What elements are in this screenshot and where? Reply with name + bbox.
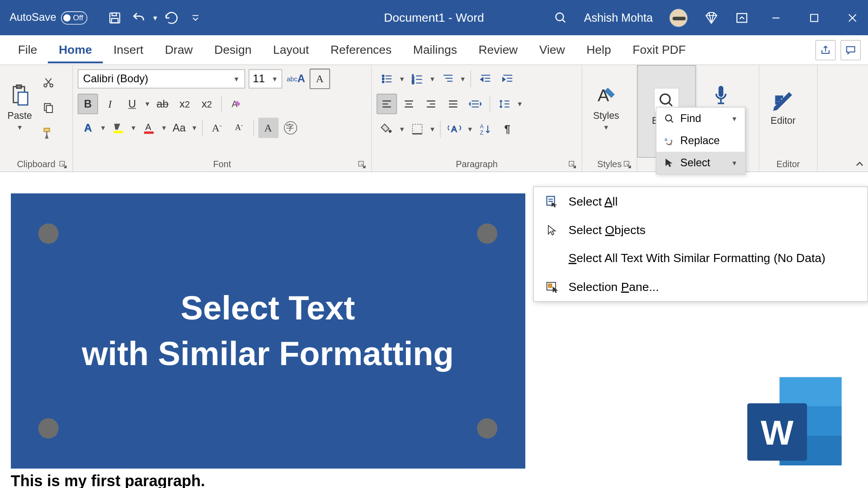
- text-effects-icon[interactable]: A: [78, 117, 98, 138]
- line-spacing-icon[interactable]: [495, 94, 515, 114]
- justify-icon[interactable]: [443, 94, 463, 114]
- dialog-launcher-icon[interactable]: [59, 161, 68, 169]
- shape-handle[interactable]: [477, 418, 497, 439]
- superscript-button[interactable]: x2: [197, 94, 217, 114]
- copy-icon[interactable]: [38, 98, 59, 118]
- tab-home[interactable]: Home: [48, 37, 103, 63]
- sort-icon[interactable]: AZ: [475, 119, 495, 139]
- tab-review[interactable]: Review: [468, 37, 528, 63]
- tab-draw[interactable]: Draw: [154, 37, 203, 63]
- select-similar-item[interactable]: Select All Text With Similar Formatting …: [534, 244, 868, 272]
- select-objects-item[interactable]: Select Objects: [534, 216, 868, 244]
- format-painter-icon[interactable]: [38, 122, 59, 143]
- clear-format-icon[interactable]: abcA: [286, 69, 306, 89]
- toggle-switch[interactable]: Off: [61, 11, 87, 24]
- select-item[interactable]: Select ▼: [656, 152, 745, 174]
- highlight-icon[interactable]: [108, 117, 128, 138]
- shape-handle[interactable]: [38, 418, 59, 439]
- chevron-down-icon[interactable]: ▼: [144, 100, 151, 108]
- search-icon[interactable]: [554, 11, 567, 24]
- find-item[interactable]: Find ▼: [656, 108, 745, 130]
- tab-design[interactable]: Design: [203, 37, 262, 63]
- autosave-toggle[interactable]: AutoSave Off: [9, 11, 87, 24]
- font-size-select[interactable]: 11▼: [249, 69, 282, 88]
- shading-icon[interactable]: [377, 119, 397, 139]
- strikethrough-button[interactable]: ab: [152, 94, 173, 114]
- save-icon[interactable]: [104, 7, 126, 28]
- shape-handle[interactable]: [477, 224, 497, 244]
- paste-button[interactable]: Paste ▼: [5, 69, 35, 146]
- grow-font-icon[interactable]: Aˆ: [207, 117, 227, 138]
- change-case-icon[interactable]: Aa: [169, 117, 189, 138]
- styles-button[interactable]: A Styles ▼: [587, 69, 625, 146]
- chevron-down-icon[interactable]: ▼: [429, 126, 435, 133]
- align-left-icon[interactable]: [377, 94, 397, 114]
- chevron-down-icon[interactable]: ▼: [516, 100, 523, 108]
- multilevel-icon[interactable]: [438, 69, 458, 89]
- replace-item[interactable]: ac Replace: [656, 130, 745, 152]
- chevron-down-icon[interactable]: ▼: [100, 124, 106, 131]
- diamond-icon[interactable]: [704, 10, 719, 25]
- customize-qat-icon[interactable]: [185, 7, 207, 28]
- tab-mailings[interactable]: Mailings: [402, 37, 468, 63]
- title-shape[interactable]: Select Text with Similar Formatting: [11, 193, 525, 468]
- enclose-char-icon[interactable]: 字: [280, 117, 301, 138]
- body-paragraph[interactable]: This is my first paragraph.: [11, 472, 525, 488]
- shrink-font-icon[interactable]: Aˇ: [229, 117, 249, 138]
- undo-more-icon[interactable]: ▼: [152, 14, 158, 21]
- chevron-down-icon[interactable]: ▼: [399, 75, 405, 83]
- chevron-down-icon[interactable]: ▼: [160, 124, 167, 131]
- align-center-icon[interactable]: [399, 94, 419, 114]
- char-scaling-icon[interactable]: A: [445, 119, 465, 139]
- share-icon[interactable]: [816, 40, 836, 60]
- select-all-item[interactable]: Select All: [534, 187, 868, 216]
- font-color-icon[interactable]: A: [138, 117, 159, 138]
- ribbon-display-icon[interactable]: [735, 11, 748, 24]
- dialog-launcher-icon[interactable]: [358, 161, 367, 169]
- numbering-icon[interactable]: 123: [407, 69, 427, 89]
- dialog-launcher-icon[interactable]: [569, 161, 577, 169]
- close-icon[interactable]: [842, 7, 863, 28]
- align-right-icon[interactable]: [421, 94, 441, 114]
- increase-indent-icon[interactable]: [497, 69, 518, 89]
- user-avatar-icon[interactable]: [670, 9, 688, 27]
- dialog-launcher-icon[interactable]: [623, 161, 632, 169]
- bold-button[interactable]: B: [78, 94, 98, 114]
- char-shading-icon[interactable]: A: [258, 117, 278, 138]
- italic-button[interactable]: I: [100, 94, 120, 114]
- distributed-icon[interactable]: [465, 94, 486, 114]
- chevron-down-icon[interactable]: ▼: [399, 126, 405, 133]
- cut-icon[interactable]: [38, 72, 59, 93]
- tab-help[interactable]: Help: [576, 37, 622, 63]
- shape-handle[interactable]: [38, 224, 59, 244]
- chevron-down-icon[interactable]: ▼: [130, 124, 137, 131]
- chevron-down-icon[interactable]: ▼: [429, 75, 435, 83]
- font-name-select[interactable]: Calibri (Body)▼: [78, 69, 245, 88]
- tab-foxit[interactable]: Foxit PDF: [622, 37, 696, 63]
- bullets-icon[interactable]: [377, 69, 397, 89]
- chevron-down-icon[interactable]: ▼: [467, 126, 473, 133]
- tab-references[interactable]: References: [320, 37, 402, 63]
- decrease-indent-icon[interactable]: [475, 69, 495, 89]
- minimize-icon[interactable]: [765, 7, 787, 28]
- user-name[interactable]: Ashish Mohta: [584, 11, 653, 24]
- chevron-down-icon[interactable]: ▼: [191, 124, 198, 131]
- maximize-icon[interactable]: [803, 7, 825, 28]
- selection-pane-item[interactable]: Selection Pane...: [534, 272, 868, 301]
- collapse-ribbon-icon[interactable]: [855, 160, 864, 169]
- chevron-down-icon[interactable]: ▼: [460, 75, 466, 83]
- undo-icon[interactable]: [128, 7, 150, 28]
- tab-view[interactable]: View: [528, 37, 576, 63]
- tab-layout[interactable]: Layout: [262, 37, 320, 63]
- character-border-icon[interactable]: A: [310, 69, 330, 89]
- show-hide-icon[interactable]: ¶: [497, 119, 518, 139]
- tab-file[interactable]: File: [7, 37, 48, 63]
- comments-icon[interactable]: [840, 40, 861, 60]
- underline-button[interactable]: U: [122, 94, 142, 114]
- editor-button[interactable]: Editor: [764, 69, 802, 146]
- subscript-button[interactable]: x2: [175, 94, 195, 114]
- tab-insert[interactable]: Insert: [103, 37, 154, 63]
- borders-icon[interactable]: [407, 119, 427, 139]
- clear-all-format-icon[interactable]: A: [226, 94, 246, 114]
- redo-icon[interactable]: [161, 7, 183, 28]
